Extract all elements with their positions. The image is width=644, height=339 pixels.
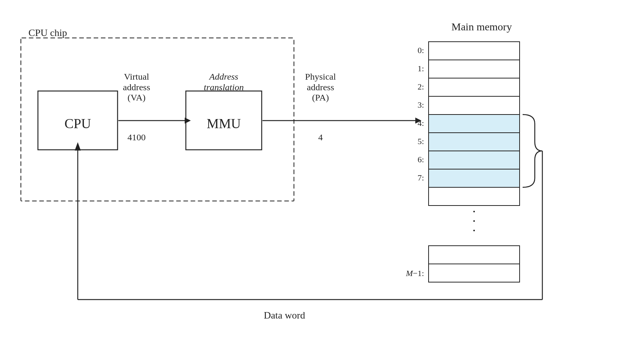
svg-rect-10: [429, 264, 520, 282]
virtual-address-label: Virtual: [124, 72, 149, 82]
address-translation-label: Address: [209, 72, 238, 82]
svg-rect-9: [429, 246, 520, 264]
svg-rect-5: [429, 133, 520, 151]
brace-highlight: [523, 115, 542, 187]
svg-rect-8: [429, 187, 520, 206]
virtual-address-label2: address: [123, 82, 150, 92]
data-word-label: Data word: [264, 310, 305, 321]
main-memory-label: Main memory: [451, 21, 512, 33]
mem-addr-7: 7:: [418, 173, 424, 182]
physical-address-value: 4: [318, 132, 323, 142]
mem-addr-5: 5:: [418, 137, 424, 146]
address-translation-label2: translation: [204, 82, 243, 92]
svg-rect-4: [429, 115, 520, 133]
svg-rect-7: [429, 169, 520, 187]
svg-rect-0: [429, 42, 520, 60]
physical-address-label: Physical: [305, 72, 336, 82]
mem-addr-m1: M−1:: [405, 268, 424, 278]
mem-addr-3: 3:: [418, 100, 424, 110]
virtual-address-value: 4100: [127, 132, 146, 142]
cpu-chip-label: CPU chip: [28, 27, 67, 38]
mmu-label: MMU: [207, 116, 241, 131]
mem-addr-4: 4:: [418, 118, 424, 128]
svg-rect-3: [429, 96, 520, 115]
cpu-label: CPU: [64, 116, 91, 131]
svg-rect-1: [429, 60, 520, 78]
virtual-address-label3: (VA): [127, 93, 146, 102]
diagram-container: CPU chip CPU MMU Virtual address (VA) 41…: [0, 0, 644, 339]
mem-addr-1: 1:: [418, 64, 424, 73]
ellipsis3: ·: [473, 223, 476, 238]
svg-rect-6: [429, 151, 520, 169]
mem-addr-2: 2:: [418, 82, 424, 91]
physical-address-label3: (PA): [312, 93, 329, 102]
mem-addr-6: 6:: [418, 155, 424, 164]
mem-addr-0: 0:: [418, 46, 424, 55]
physical-address-label2: address: [307, 82, 334, 92]
svg-rect-2: [429, 78, 520, 96]
